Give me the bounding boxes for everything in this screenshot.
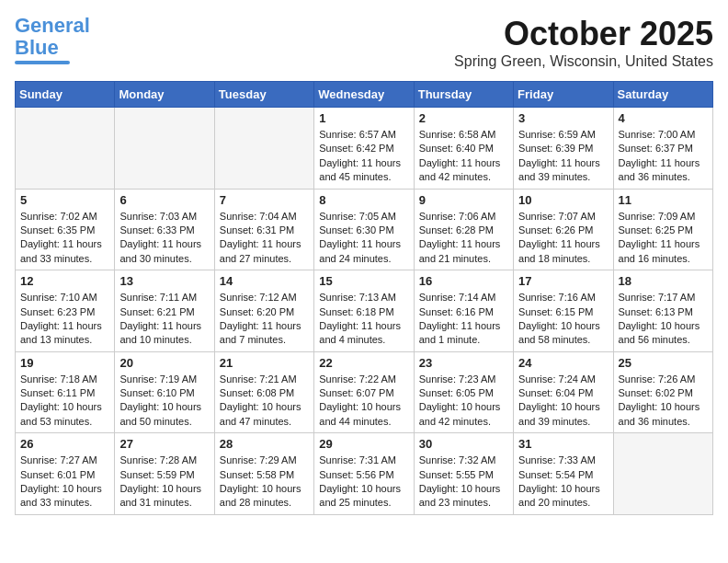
day-content: Sunrise: 7:28 AM Sunset: 5:59 PM Dayligh… — [119, 454, 209, 511]
month-title: October 2025 — [454, 15, 713, 53]
day-content: Sunrise: 7:24 AM Sunset: 6:04 PM Dayligh… — [518, 373, 608, 430]
day-number: 28 — [220, 437, 309, 451]
calendar-cell: 31Sunrise: 7:33 AM Sunset: 5:54 PM Dayli… — [514, 433, 613, 515]
calendar-cell: 3Sunrise: 6:59 AM Sunset: 6:39 PM Daylig… — [514, 108, 613, 190]
logo: General Blue — [15, 15, 90, 64]
day-content: Sunrise: 7:06 AM Sunset: 6:28 PM Dayligh… — [419, 210, 508, 267]
day-number: 15 — [319, 274, 408, 288]
title-area: October 2025 Spring Green, Wisconsin, Un… — [454, 15, 713, 70]
calendar-cell: 27Sunrise: 7:28 AM Sunset: 5:59 PM Dayli… — [115, 433, 214, 515]
calendar-cell: 30Sunrise: 7:32 AM Sunset: 5:55 PM Dayli… — [414, 433, 513, 515]
day-number: 27 — [119, 437, 209, 451]
calendar-cell: 29Sunrise: 7:31 AM Sunset: 5:56 PM Dayli… — [314, 433, 414, 515]
day-content: Sunrise: 7:14 AM Sunset: 6:16 PM Dayligh… — [419, 291, 508, 348]
day-content: Sunrise: 7:27 AM Sunset: 6:01 PM Dayligh… — [20, 454, 109, 511]
day-content: Sunrise: 7:19 AM Sunset: 6:10 PM Dayligh… — [119, 373, 209, 430]
day-number: 24 — [518, 356, 608, 370]
weekday-header: Tuesday — [214, 82, 313, 108]
calendar-cell: 24Sunrise: 7:24 AM Sunset: 6:04 PM Dayli… — [514, 351, 613, 433]
calendar-cell: 4Sunrise: 7:00 AM Sunset: 6:37 PM Daylig… — [613, 108, 712, 190]
calendar-cell: 13Sunrise: 7:11 AM Sunset: 6:21 PM Dayli… — [115, 270, 214, 352]
day-number: 14 — [220, 274, 309, 288]
day-content: Sunrise: 7:13 AM Sunset: 6:18 PM Dayligh… — [319, 291, 408, 348]
day-number: 18 — [619, 274, 708, 288]
weekday-header: Wednesday — [314, 82, 414, 108]
day-number: 9 — [419, 193, 508, 207]
day-number: 25 — [619, 356, 708, 370]
day-number: 17 — [518, 274, 608, 288]
day-content: Sunrise: 7:09 AM Sunset: 6:25 PM Dayligh… — [619, 210, 708, 267]
calendar-cell: 28Sunrise: 7:29 AM Sunset: 5:58 PM Dayli… — [214, 433, 313, 515]
logo-blue: Blue — [15, 37, 59, 59]
day-number: 13 — [119, 274, 209, 288]
day-content: Sunrise: 7:22 AM Sunset: 6:07 PM Dayligh… — [319, 373, 408, 430]
calendar-cell: 14Sunrise: 7:12 AM Sunset: 6:20 PM Dayli… — [214, 270, 313, 352]
day-number: 10 — [518, 193, 608, 207]
logo-general: General — [15, 14, 90, 37]
day-number: 19 — [20, 356, 109, 370]
day-content: Sunrise: 7:00 AM Sunset: 6:37 PM Dayligh… — [619, 128, 708, 185]
day-content: Sunrise: 6:59 AM Sunset: 6:39 PM Dayligh… — [518, 128, 608, 185]
day-number: 29 — [319, 437, 408, 451]
calendar-cell — [613, 433, 712, 515]
day-content: Sunrise: 7:29 AM Sunset: 5:58 PM Dayligh… — [220, 454, 309, 511]
calendar-cell: 2Sunrise: 6:58 AM Sunset: 6:40 PM Daylig… — [414, 108, 513, 190]
day-content: Sunrise: 7:02 AM Sunset: 6:35 PM Dayligh… — [20, 210, 109, 267]
day-content: Sunrise: 7:10 AM Sunset: 6:23 PM Dayligh… — [20, 291, 109, 348]
calendar-cell: 26Sunrise: 7:27 AM Sunset: 6:01 PM Dayli… — [16, 433, 115, 515]
weekday-header: Monday — [115, 82, 214, 108]
calendar-cell: 7Sunrise: 7:04 AM Sunset: 6:31 PM Daylig… — [214, 189, 313, 270]
day-content: Sunrise: 7:04 AM Sunset: 6:31 PM Dayligh… — [220, 210, 309, 267]
weekday-header: Sunday — [16, 82, 115, 108]
day-content: Sunrise: 6:58 AM Sunset: 6:40 PM Dayligh… — [419, 128, 508, 185]
day-number: 1 — [319, 111, 408, 125]
calendar-cell: 19Sunrise: 7:18 AM Sunset: 6:11 PM Dayli… — [16, 351, 115, 433]
day-number: 20 — [119, 356, 209, 370]
day-number: 8 — [319, 193, 408, 207]
day-content: Sunrise: 7:05 AM Sunset: 6:30 PM Dayligh… — [319, 210, 408, 267]
day-content: Sunrise: 7:23 AM Sunset: 6:05 PM Dayligh… — [419, 373, 508, 430]
day-number: 31 — [518, 437, 608, 451]
day-content: Sunrise: 7:33 AM Sunset: 5:54 PM Dayligh… — [518, 454, 608, 511]
logo-bar — [15, 61, 70, 64]
day-number: 16 — [419, 274, 508, 288]
day-number: 12 — [20, 274, 109, 288]
day-content: Sunrise: 7:32 AM Sunset: 5:55 PM Dayligh… — [419, 454, 508, 511]
day-content: Sunrise: 7:12 AM Sunset: 6:20 PM Dayligh… — [220, 291, 309, 348]
day-number: 6 — [119, 193, 209, 207]
day-number: 5 — [20, 193, 109, 207]
calendar-cell: 16Sunrise: 7:14 AM Sunset: 6:16 PM Dayli… — [414, 270, 513, 352]
calendar-cell — [214, 108, 313, 190]
calendar-cell: 5Sunrise: 7:02 AM Sunset: 6:35 PM Daylig… — [16, 189, 115, 270]
calendar-cell: 17Sunrise: 7:16 AM Sunset: 6:15 PM Dayli… — [514, 270, 613, 352]
calendar-cell: 20Sunrise: 7:19 AM Sunset: 6:10 PM Dayli… — [115, 351, 214, 433]
weekday-header: Saturday — [613, 82, 712, 108]
day-number: 7 — [220, 193, 309, 207]
day-content: Sunrise: 7:21 AM Sunset: 6:08 PM Dayligh… — [220, 373, 309, 430]
calendar-cell: 15Sunrise: 7:13 AM Sunset: 6:18 PM Dayli… — [314, 270, 414, 352]
day-content: Sunrise: 7:07 AM Sunset: 6:26 PM Dayligh… — [518, 210, 608, 267]
day-content: Sunrise: 7:31 AM Sunset: 5:56 PM Dayligh… — [319, 454, 408, 511]
calendar-cell: 23Sunrise: 7:23 AM Sunset: 6:05 PM Dayli… — [414, 351, 513, 433]
calendar: SundayMondayTuesdayWednesdayThursdayFrid… — [15, 81, 713, 515]
day-content: Sunrise: 7:18 AM Sunset: 6:11 PM Dayligh… — [20, 373, 109, 430]
calendar-cell: 22Sunrise: 7:22 AM Sunset: 6:07 PM Dayli… — [314, 351, 414, 433]
calendar-cell: 6Sunrise: 7:03 AM Sunset: 6:33 PM Daylig… — [115, 189, 214, 270]
day-number: 22 — [319, 356, 408, 370]
calendar-cell — [16, 108, 115, 190]
calendar-cell — [115, 108, 214, 190]
day-number: 2 — [419, 111, 508, 125]
calendar-cell: 10Sunrise: 7:07 AM Sunset: 6:26 PM Dayli… — [514, 189, 613, 270]
day-number: 23 — [419, 356, 508, 370]
day-number: 26 — [20, 437, 109, 451]
day-number: 30 — [419, 437, 508, 451]
day-content: Sunrise: 7:16 AM Sunset: 6:15 PM Dayligh… — [518, 291, 608, 348]
calendar-cell: 11Sunrise: 7:09 AM Sunset: 6:25 PM Dayli… — [613, 189, 712, 270]
calendar-cell: 21Sunrise: 7:21 AM Sunset: 6:08 PM Dayli… — [214, 351, 313, 433]
calendar-cell: 9Sunrise: 7:06 AM Sunset: 6:28 PM Daylig… — [414, 189, 513, 270]
day-content: Sunrise: 6:57 AM Sunset: 6:42 PM Dayligh… — [319, 128, 408, 185]
day-number: 4 — [619, 111, 708, 125]
day-number: 3 — [518, 111, 608, 125]
calendar-cell: 12Sunrise: 7:10 AM Sunset: 6:23 PM Dayli… — [16, 270, 115, 352]
day-content: Sunrise: 7:03 AM Sunset: 6:33 PM Dayligh… — [119, 210, 209, 267]
